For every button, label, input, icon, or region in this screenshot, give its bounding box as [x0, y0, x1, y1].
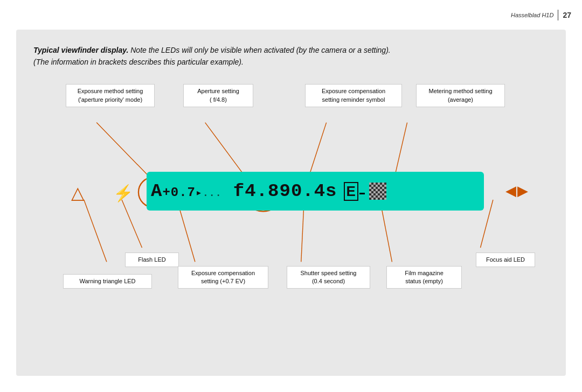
- svg-line-0: [96, 123, 149, 177]
- svg-line-5: [122, 200, 142, 248]
- brand-name: Hasselblad H1D: [511, 12, 553, 18]
- e-symbol: E: [344, 182, 358, 201]
- label-warning-triangle: Warning triangle LED: [63, 274, 152, 289]
- viewfinder-display: A+0.7▸... f4.890.4s E ▬: [147, 172, 484, 211]
- display-text: A+0.7▸... f4.890.4s: [151, 181, 337, 201]
- label-aperture-setting: Aperture setting( f/4.8): [183, 84, 253, 107]
- page-number: 27: [563, 11, 571, 19]
- svg-line-3: [394, 123, 407, 177]
- page-divider: [558, 10, 558, 20]
- svg-line-8: [382, 210, 392, 262]
- intro-italic: (The information in brackets describes t…: [33, 58, 244, 66]
- svg-line-2: [309, 123, 327, 177]
- label-flash-led: Flash LED: [125, 253, 179, 267]
- intro-bold: Typical viewfinder display.: [33, 46, 128, 54]
- label-exposure-method: Exposure method setting ('aperture prior…: [66, 84, 155, 107]
- focus-aid-icon: ◀ ▶: [505, 183, 528, 199]
- checker-pattern: [369, 183, 386, 200]
- warning-triangle-icon: △: [71, 183, 85, 203]
- diagram-area: Exposure method setting ('aperture prior…: [33, 84, 549, 316]
- intro-normal: Note the LEDs will only be visible when …: [128, 46, 390, 54]
- label-exposure-comp-symbol: Exposure compensationsetting reminder sy…: [305, 84, 402, 107]
- svg-line-1: [205, 123, 246, 177]
- main-card: Typical viewfinder display. Note the LED…: [16, 30, 566, 376]
- label-exposure-comp-value: Exposure compensationsetting (+0.7 EV): [178, 266, 268, 289]
- flash-led-icon: ⚡: [113, 184, 133, 202]
- intro-text: Typical viewfinder display. Note the LED…: [33, 45, 518, 68]
- page-header: Hasselblad H1D 27: [511, 10, 571, 20]
- label-focus-aid: Focus aid LED: [476, 253, 535, 267]
- label-metering-method: Metering method setting(average): [416, 84, 505, 107]
- underline-e: ▬: [359, 190, 365, 195]
- label-film-magazine: Film magazinestatus (empty): [386, 266, 462, 289]
- svg-line-7: [301, 210, 304, 262]
- svg-line-4: [84, 200, 107, 262]
- label-shutter-speed: Shutter speed setting(0.4 second): [287, 266, 370, 289]
- svg-line-6: [180, 210, 195, 262]
